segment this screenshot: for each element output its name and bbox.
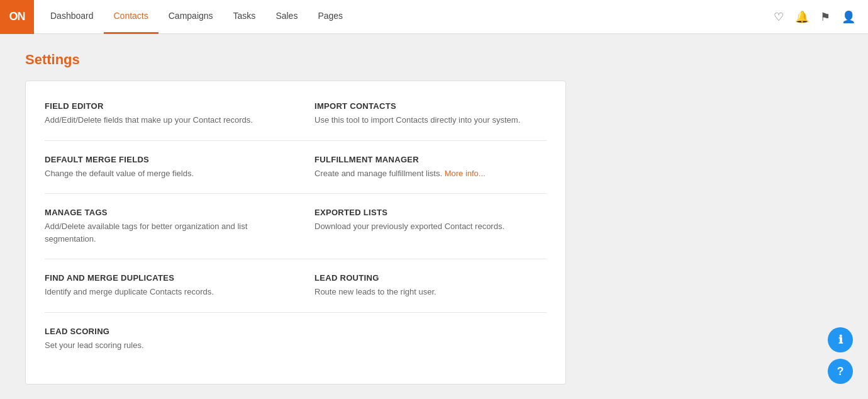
setting-lead-routing[interactable]: LEAD ROUTING Route new leads to the righ… xyxy=(296,259,547,313)
fulfillment-more-info-link[interactable]: More info... xyxy=(445,169,486,178)
setting-default-merge-fields[interactable]: DEFAULT MERGE FIELDS Change the default … xyxy=(45,141,296,194)
setting-import-contacts-title: IMPORT CONTACTS xyxy=(314,101,534,111)
setting-find-merge-duplicates-desc: Identify and merge duplicate Contacts re… xyxy=(45,286,283,298)
setting-import-contacts-desc: Use this tool to import Contacts directl… xyxy=(314,114,534,126)
page-content: Settings FIELD EDITOR Add/Edit/Delete fi… xyxy=(0,34,868,399)
logo[interactable]: ON xyxy=(0,0,34,34)
user-icon[interactable]: 👤 xyxy=(842,10,855,24)
setting-lead-scoring[interactable]: LEAD SCORING Set your lead scoring rules… xyxy=(45,313,296,366)
flag-icon[interactable]: ⚑ xyxy=(820,10,830,24)
nav-links: Dashboard Contacts Campaigns Tasks Sales… xyxy=(40,0,774,34)
bell-icon[interactable]: 🔔 xyxy=(795,10,809,24)
setting-fulfillment-manager[interactable]: FULFILLMENT MANAGER Create and manage fu… xyxy=(296,141,547,194)
setting-lead-scoring-desc: Set your lead scoring rules. xyxy=(45,339,283,352)
setting-empty-right xyxy=(296,313,547,366)
setting-default-merge-fields-desc: Change the default value of merge fields… xyxy=(45,167,283,180)
setting-find-merge-duplicates[interactable]: FIND AND MERGE DUPLICATES Identify and m… xyxy=(45,259,296,313)
setting-fulfillment-manager-desc: Create and manage fulfillment lists. Mor… xyxy=(314,167,534,180)
nav-item-pages[interactable]: Pages xyxy=(308,0,353,34)
setting-fulfillment-manager-title: FULFILLMENT MANAGER xyxy=(314,155,534,164)
setting-find-merge-duplicates-title: FIND AND MERGE DUPLICATES xyxy=(45,273,283,283)
setting-field-editor-title: FIELD EDITOR xyxy=(45,101,283,111)
nav-item-campaigns[interactable]: Campaigns xyxy=(159,0,223,34)
setting-lead-scoring-title: LEAD SCORING xyxy=(45,327,283,336)
setting-exported-lists[interactable]: EXPORTED LISTS Download your previously … xyxy=(296,194,547,259)
nav-right-icons: ♡ 🔔 ⚑ 👤 xyxy=(774,10,868,24)
setting-manage-tags[interactable]: MANAGE TAGS Add/Delete available tags fo… xyxy=(45,194,296,259)
setting-lead-routing-title: LEAD ROUTING xyxy=(314,273,534,283)
nav-item-tasks[interactable]: Tasks xyxy=(223,0,266,34)
setting-manage-tags-title: MANAGE TAGS xyxy=(45,208,283,217)
setting-manage-tags-desc: Add/Delete available tags for better org… xyxy=(45,220,283,245)
setting-field-editor-desc: Add/Edit/Delete fields that make up your… xyxy=(45,114,283,126)
setting-default-merge-fields-title: DEFAULT MERGE FIELDS xyxy=(45,155,283,164)
nav-item-contacts[interactable]: Contacts xyxy=(104,0,159,34)
settings-card: FIELD EDITOR Add/Edit/Delete fields that… xyxy=(25,81,566,385)
nav-item-sales[interactable]: Sales xyxy=(265,0,308,34)
help-fab-button[interactable]: ? xyxy=(828,359,853,384)
fab-area: ℹ ? xyxy=(828,327,853,384)
settings-grid: FIELD EDITOR Add/Edit/Delete fields that… xyxy=(45,87,547,365)
setting-exported-lists-title: EXPORTED LISTS xyxy=(314,208,534,217)
setting-field-editor[interactable]: FIELD EDITOR Add/Edit/Delete fields that… xyxy=(45,87,296,141)
setting-import-contacts[interactable]: IMPORT CONTACTS Use this tool to import … xyxy=(296,87,547,141)
top-navigation: ON Dashboard Contacts Campaigns Tasks Sa… xyxy=(0,0,868,34)
page-title: Settings xyxy=(25,52,843,68)
setting-lead-routing-desc: Route new leads to the right user. xyxy=(314,286,534,298)
setting-exported-lists-desc: Download your previously exported Contac… xyxy=(314,220,534,233)
logo-text: ON xyxy=(9,10,25,23)
info-fab-button[interactable]: ℹ xyxy=(828,327,853,352)
heart-icon[interactable]: ♡ xyxy=(774,10,784,24)
nav-item-dashboard[interactable]: Dashboard xyxy=(40,0,104,34)
